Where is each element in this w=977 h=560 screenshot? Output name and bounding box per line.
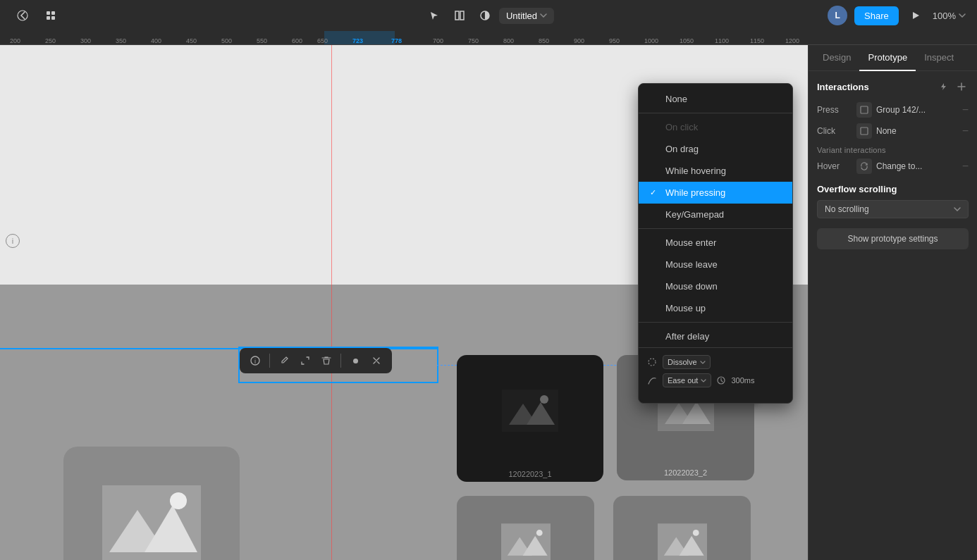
svg-rect-2: [51, 11, 55, 15]
contrast-tool[interactable]: [474, 4, 496, 27]
thumbnail-4[interactable]: [613, 496, 751, 560]
header-icons: [936, 80, 969, 94]
panel-tabs: Design Prototype Inspect: [809, 45, 977, 71]
thumbnail-1[interactable]: 12022023_1: [457, 355, 603, 482]
file-name-text: Untitled: [506, 11, 537, 21]
ruler-horizontal: 200 250 300 350 400 450 500 550 600 650 …: [0, 31, 977, 45]
file-name[interactable]: Untitled: [499, 8, 554, 24]
menu-mouse-down[interactable]: Mouse down: [639, 275, 792, 297]
menu-mouse-leave[interactable]: Mouse leave: [639, 254, 792, 275]
svg-point-25: [692, 530, 699, 536]
interaction-row-press: Press Group 142/... −: [817, 102, 969, 118]
interactions-header: Interactions: [817, 80, 969, 94]
sel-edit-tool[interactable]: [274, 351, 294, 371]
svg-rect-10: [502, 390, 558, 432]
cursor-tool[interactable]: [423, 4, 446, 27]
lightning-icon[interactable]: [936, 80, 950, 94]
sel-dot-tool[interactable]: [345, 351, 365, 371]
svg-point-13: [540, 395, 548, 404]
topbar-left: [11, 4, 62, 27]
menu-sep-3: [639, 322, 792, 323]
sel-close-tool[interactable]: [367, 351, 386, 371]
thumbnail-3[interactable]: [457, 496, 594, 560]
overflow-select[interactable]: No scrolling: [817, 200, 969, 218]
dissolve-row: Dissolve: [647, 355, 784, 369]
trigger-press: Press: [817, 105, 852, 115]
interaction-row-hover: Hover Change to... −: [817, 158, 969, 174]
menu-sep-2: [639, 228, 792, 229]
topbar-center: Untitled: [423, 4, 554, 27]
back-icon[interactable]: [11, 4, 34, 27]
right-panel: Design Prototype Inspect Interactions: [808, 45, 977, 560]
dissolve-chevron: [700, 361, 706, 364]
selection-toolbar: i: [240, 348, 392, 373]
thumbnail-label-1: 12022023_1: [508, 466, 551, 482]
svg-point-21: [536, 530, 542, 536]
click-frame-icon: [856, 123, 872, 139]
click-minus-icon[interactable]: −: [962, 125, 969, 137]
menu-mouse-up[interactable]: Mouse up: [639, 297, 792, 319]
sel-expand-tool[interactable]: [295, 351, 315, 371]
press-frame-icon: [856, 102, 872, 118]
menu-none[interactable]: None: [639, 88, 792, 110]
panel-content: Interactions Press: [809, 71, 977, 560]
menu-while-pressing[interactable]: ✓ While pressing: [639, 182, 792, 204]
play-button[interactable]: [906, 6, 926, 25]
zoom-control[interactable]: 100%: [933, 11, 966, 21]
tab-inspect[interactable]: Inspect: [916, 45, 962, 71]
menu-key-gamepad[interactable]: Key/Gamepad: [639, 204, 792, 225]
dropdown-menu: None On click On drag While hovering ✓ W…: [638, 83, 793, 404]
press-minus-icon[interactable]: −: [962, 104, 969, 116]
interactions-title: Interactions: [817, 82, 869, 92]
ease-icon: [647, 375, 657, 385]
ease-chevron: [701, 379, 706, 382]
hover-value[interactable]: Change to...: [876, 161, 958, 171]
grid-icon[interactable]: [39, 4, 62, 27]
svg-rect-1: [47, 11, 50, 15]
mountain-icon-main: [102, 485, 201, 560]
sel-separator-1: [269, 354, 270, 368]
info-icon[interactable]: i: [6, 234, 20, 248]
menu-after-delay[interactable]: After delay: [639, 325, 792, 347]
tab-design[interactable]: Design: [814, 45, 859, 71]
thumbnail-label-2: 12022023_2: [664, 465, 707, 480]
interaction-row-click: Click None −: [817, 123, 969, 139]
press-value[interactable]: Group 142/...: [876, 105, 958, 115]
svg-rect-5: [455, 11, 459, 20]
svg-rect-3: [47, 16, 50, 20]
show-prototype-settings-button[interactable]: Show prototype settings: [817, 228, 969, 249]
menu-mouse-enter[interactable]: Mouse enter: [639, 232, 792, 254]
thumbnail-main-left[interactable]: [63, 447, 240, 560]
svg-point-29: [170, 492, 187, 509]
share-button[interactable]: Share: [854, 6, 899, 25]
vertical-guide-line: [331, 45, 332, 560]
hover-refresh-icon: [856, 158, 872, 174]
mountain-icon-3: [501, 523, 551, 561]
add-interaction-icon[interactable]: [954, 80, 969, 94]
sel-delete-tool[interactable]: [317, 351, 336, 371]
overflow-chevron: [954, 207, 961, 211]
ease-row: Ease out 300ms: [647, 373, 784, 387]
click-value[interactable]: None: [876, 126, 958, 136]
sel-info-tool[interactable]: i: [245, 351, 265, 371]
overflow-section: Overflow scrolling No scrolling: [817, 184, 969, 218]
variant-interactions-label: Variant interactions: [817, 146, 969, 154]
ease-select[interactable]: Ease out: [663, 373, 711, 387]
svg-point-30: [649, 359, 656, 366]
svg-rect-33: [861, 127, 868, 135]
menu-on-drag[interactable]: On drag: [639, 138, 792, 160]
svg-point-0: [18, 11, 27, 20]
anim-settings-bar: Dissolve Ease out: [639, 347, 792, 399]
menu-while-hovering[interactable]: While hovering: [639, 160, 792, 182]
hover-minus-icon[interactable]: −: [962, 160, 969, 173]
svg-rect-6: [460, 11, 464, 20]
canvas-area[interactable]: i i: [0, 45, 808, 560]
overflow-title: Overflow scrolling: [817, 184, 969, 194]
mountain-icon-1: [502, 390, 558, 432]
svg-rect-32: [861, 106, 868, 113]
tab-prototype[interactable]: Prototype: [859, 45, 916, 71]
dissolve-select[interactable]: Dissolve: [663, 355, 711, 369]
frame-tool[interactable]: [448, 4, 471, 27]
dissolve-icon: [647, 357, 657, 367]
svg-text:i: i: [254, 358, 256, 365]
